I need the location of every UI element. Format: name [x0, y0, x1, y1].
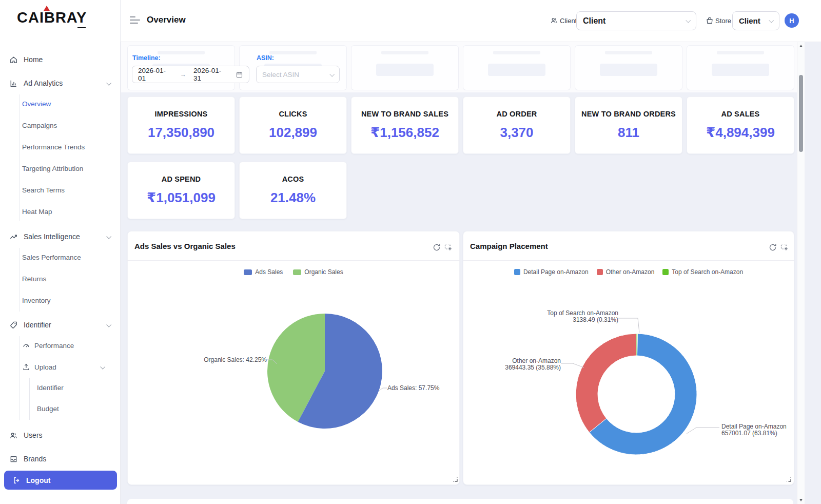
client-select[interactable]: Client	[576, 11, 696, 30]
sidebar-item-upload-budget[interactable]: Budget	[0, 398, 121, 419]
sidebar-item-users[interactable]: Users	[0, 424, 121, 447]
logout-button[interactable]: Logout	[4, 471, 117, 490]
kpi-label: AD ORDER	[497, 110, 537, 118]
resize-grip-icon[interactable]	[786, 477, 791, 482]
sidebar-item-returns[interactable]: Returns	[0, 268, 121, 289]
pie-slice[interactable]	[576, 334, 636, 433]
logo-cart-icon	[77, 27, 86, 28]
store-icon	[706, 16, 714, 25]
ghost-card	[463, 45, 571, 90]
donut-label-top-of-search: Top of Search on-Amazon 3138.49 (0.31%)	[534, 310, 618, 323]
kpi-card-new-to-brand-orders: NEW TO BRAND ORDERS 811	[575, 96, 682, 154]
kpi-value: ₹1,051,099	[147, 190, 216, 206]
scrollbar[interactable]	[797, 42, 805, 504]
sidebar-item-identifier-performance[interactable]: Performance	[0, 335, 121, 356]
sidebar-item-heat-map[interactable]: Heat Map	[0, 201, 121, 222]
sidebar-item-campaigns[interactable]: Campaigns	[0, 114, 121, 136]
donut-label-line: 369443.35 (35.88%)	[489, 364, 561, 371]
sidebar-item-label: Inventory	[22, 297, 51, 304]
sidebar-item-overview[interactable]: Overview	[0, 93, 121, 114]
sidebar-item-label: Sales Performance	[22, 254, 81, 261]
kpi-value: 17,350,890	[148, 125, 214, 141]
avatar[interactable]: H	[785, 13, 799, 28]
sidebar-item-label: Search Terms	[22, 186, 65, 194]
pie-slice[interactable]	[636, 334, 637, 356]
donut-label-line: 657001.07 (63.81%)	[721, 430, 804, 437]
kpi-label: AD SPEND	[162, 175, 201, 183]
calendar-icon	[236, 71, 243, 79]
resize-grip-icon[interactable]	[453, 477, 458, 482]
kpi-label: CLICKS	[279, 110, 307, 118]
store-select-value: Client	[739, 16, 760, 25]
legend-label: Organic Sales	[304, 268, 343, 276]
sidebar-item-label: Budget	[37, 405, 59, 413]
pie-label-ads: Ads Sales: 57.75%	[387, 385, 439, 392]
date-start[interactable]: 2026-01-01	[138, 67, 173, 82]
chevron-down-icon	[329, 71, 335, 76]
label-connector	[618, 318, 639, 333]
chevron-down-icon	[106, 80, 111, 85]
label-connector	[561, 363, 584, 367]
date-end[interactable]: 2026-01-31	[193, 67, 228, 82]
sidebar-item-sales-intelligence[interactable]: Sales Intelligence	[0, 225, 121, 248]
legend-item-ads-sales[interactable]: Ads Sales	[244, 268, 283, 276]
sidebar-item-performance-trends[interactable]: Performance Trends	[0, 136, 121, 158]
kpi-value: 3,370	[500, 125, 533, 141]
legend-item-other[interactable]: Other on-Amazon	[597, 268, 655, 276]
sidebar-item-inventory[interactable]: Inventory	[0, 289, 121, 311]
chevron-down-icon	[769, 18, 774, 23]
sidebar-item-label: Campaigns	[22, 122, 57, 129]
legend-item-top-of-search[interactable]: Top of Search on-Amazon	[662, 268, 743, 276]
scrollbar-thumb[interactable]	[799, 75, 803, 152]
sidebar-item-targeting-attribution[interactable]: Targeting Attribution	[0, 158, 121, 179]
refresh-icon[interactable]	[769, 243, 777, 251]
sidebar-item-brands[interactable]: Brands	[0, 448, 121, 470]
scroll-down-icon[interactable]	[799, 499, 803, 501]
sidebar-item-label: Upload	[34, 363, 56, 371]
kpi-card-clicks: CLICKS 102,899	[239, 96, 347, 154]
refresh-icon[interactable]	[433, 243, 441, 251]
sidebar-item-upload[interactable]: Upload	[0, 356, 121, 378]
legend-swatch	[662, 269, 669, 275]
asin-select[interactable]: Select ASIN	[256, 66, 340, 83]
sidebar-item-sales-performance[interactable]: Sales Performance	[0, 246, 121, 268]
brand-name: CAIBRAY	[17, 9, 87, 26]
kpi-label: NEW TO BRAND ORDERS	[581, 110, 676, 118]
box-icon	[9, 455, 18, 463]
select-area-icon[interactable]	[780, 243, 789, 251]
sidebar-item-home[interactable]: Home	[0, 48, 121, 71]
sidebar-item-label: Targeting Attribution	[22, 165, 83, 172]
sidebar-item-search-terms[interactable]: Search Terms	[0, 179, 121, 201]
sidebar-item-label: Returns	[22, 275, 46, 283]
kpi-value: 811	[618, 125, 639, 141]
label-connector	[379, 388, 387, 391]
sidebar-item-identifier[interactable]: Identifier	[0, 314, 121, 336]
campaign-placement-donut-chart[interactable]	[463, 262, 794, 485]
kpi-value: 21.48%	[270, 190, 316, 206]
sidebar-item-label: Heat Map	[22, 208, 52, 216]
bar-chart-icon	[9, 79, 18, 88]
chevron-down-icon	[100, 364, 105, 369]
upload-icon	[22, 363, 30, 371]
chart-title: Ads Sales vs Organic Sales	[134, 242, 236, 250]
users-icon	[9, 431, 18, 440]
menu-toggle-icon[interactable]	[130, 16, 140, 25]
client-icon	[550, 16, 558, 25]
scroll-up-icon[interactable]	[799, 45, 803, 47]
logo-arrow-icon	[44, 6, 50, 11]
label-connector	[687, 428, 719, 434]
legend-item-organic-sales[interactable]: Organic Sales	[293, 268, 343, 276]
sidebar-item-label: Performance	[34, 342, 74, 350]
select-area-icon[interactable]	[444, 243, 453, 251]
store-select[interactable]: Client	[732, 11, 779, 30]
sidebar-item-ad-analytics[interactable]: Ad Analytics	[0, 72, 121, 94]
pie-label-organic: Organic Sales: 42.25%	[190, 357, 267, 363]
kpi-label: ACOS	[282, 175, 304, 183]
ads-vs-organic-pie-chart[interactable]	[127, 262, 460, 485]
date-range-picker[interactable]: 2026-01-01 → 2026-01-31	[132, 66, 249, 83]
kpi-label: AD SALES	[721, 110, 760, 118]
sidebar-item-label: Sales Intelligence	[24, 232, 80, 241]
sidebar-item-upload-identifier[interactable]: Identifier	[0, 377, 121, 398]
chevron-down-icon	[686, 18, 691, 23]
legend-item-detail-page[interactable]: Detail Page on-Amazon	[514, 268, 589, 276]
